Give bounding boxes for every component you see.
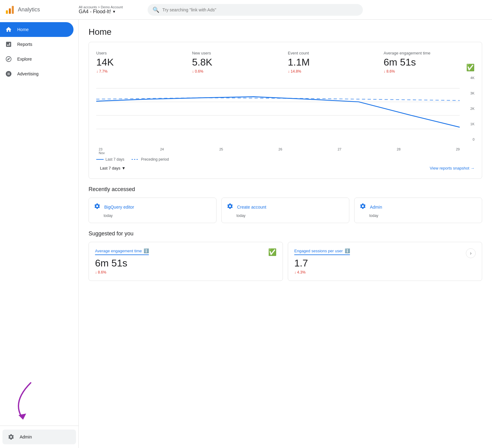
- admin-gear-icon: [7, 433, 15, 441]
- metric-engagement-change: ↓ 8.6%: [384, 69, 475, 74]
- metric-users-value: 14K: [96, 57, 187, 68]
- svg-rect-1: [9, 8, 11, 14]
- chevron-down-icon: ▼: [112, 10, 116, 14]
- y-label-4k: 4K: [462, 76, 474, 80]
- suggested-sessions-header: Engaged sessions per user ℹ️ 1.7 ↓ 4.3% …: [294, 248, 476, 274]
- advertising-icon: [5, 70, 12, 78]
- next-chevron[interactable]: ›: [466, 248, 476, 258]
- sidebar-item-home-label: Home: [17, 27, 29, 32]
- legend-solid-line: [96, 159, 104, 160]
- y-label-1k: 1K: [462, 122, 474, 126]
- info-icon: ℹ️: [144, 248, 149, 253]
- search-input[interactable]: [162, 7, 358, 12]
- create-account-card[interactable]: Create account today: [221, 198, 349, 223]
- home-icon: [5, 26, 12, 33]
- create-account-card-header: Create account: [227, 203, 344, 211]
- legend-dashed-label: Preceding period: [141, 157, 169, 162]
- admin-card[interactable]: Admin today: [354, 198, 482, 223]
- account-selector[interactable]: All accounts > Demo Account GA4 - Flood-…: [79, 5, 140, 14]
- metric-engagement-time: Average engagement time 6m 51s ↓ 8.6%: [384, 48, 475, 76]
- sidebar-item-explore[interactable]: Explore: [0, 52, 73, 66]
- bigquery-card[interactable]: BigQuery editor today: [89, 198, 216, 223]
- legend-dashed: Preceding period: [132, 157, 169, 162]
- arrow-right-icon: →: [470, 166, 474, 170]
- sidebar-bottom: Admin: [0, 426, 78, 448]
- metric-new-users: New users 5.8K ↓ 0.6%: [192, 48, 283, 76]
- date-range-button[interactable]: Last 7 days ▼: [96, 164, 129, 172]
- metrics-grid: Users 14K ↓ 7.7% New users 5.8K ↓ 0.6% E…: [96, 48, 474, 76]
- chart-area: 4K 3K 2K 1K 0: [96, 75, 474, 142]
- x-label-25: 25: [219, 147, 223, 155]
- legend-solid-label: Last 7 days: [105, 157, 124, 162]
- sidebar-item-home[interactable]: Home: [0, 22, 73, 37]
- legend-dashed-line: [132, 159, 139, 160]
- metric-new-users-label: New users: [192, 51, 283, 55]
- metric-new-users-value: 5.8K: [192, 57, 283, 68]
- suggested-cards-grid: Average engagement time ℹ️ 6m 51s ↓ 8.6%…: [89, 242, 482, 281]
- metric-users-change: ↓ 7.7%: [96, 69, 187, 74]
- account-name[interactable]: GA4 - Flood-It! ▼: [79, 9, 140, 14]
- chart-x-labels: 23Nov 24 25 26 27 28 29: [96, 147, 474, 155]
- admin-card-header: Admin: [359, 203, 477, 211]
- y-label-2k: 2K: [462, 107, 474, 110]
- sidebar-item-advertising[interactable]: Advertising: [0, 66, 73, 81]
- chevron-down-icon: ▼: [122, 166, 126, 170]
- search-icon: 🔍: [153, 6, 159, 13]
- metrics-section: Users 14K ↓ 7.7% New users 5.8K ↓ 0.6% E…: [89, 42, 482, 179]
- metric-engagement-value: 6m 51s: [384, 57, 475, 68]
- metric-users: Users 14K ↓ 7.7%: [96, 48, 187, 76]
- logo-text: Analytics: [18, 6, 40, 13]
- admin-card-title: Admin: [370, 205, 382, 210]
- recently-accessed-section: Recently accessed BigQuery editor today …: [89, 186, 482, 223]
- x-label-24: 24: [160, 147, 164, 155]
- recently-accessed-cards: BigQuery editor today Create account tod…: [89, 198, 482, 223]
- suggested-sessions-label: Engaged sessions per user ℹ️: [294, 248, 350, 255]
- sidebar-item-explore-label: Explore: [17, 57, 32, 62]
- suggested-sessions-value: 1.7: [294, 258, 350, 269]
- arrow-annotation: [6, 377, 43, 424]
- check-circle-icon: ✅: [466, 64, 474, 72]
- analytics-logo-icon: [5, 5, 15, 15]
- metric-new-users-change: ↓ 0.6%: [192, 69, 283, 74]
- suggested-sessions-card[interactable]: Engaged sessions per user ℹ️ 1.7 ↓ 4.3% …: [288, 242, 482, 281]
- metric-engagement-label: Average engagement time: [384, 51, 475, 55]
- x-label-28: 28: [397, 147, 400, 155]
- bigquery-gear-icon: [94, 203, 101, 211]
- suggested-engagement-header: Average engagement time ℹ️ 6m 51s ↓ 8.6%…: [95, 248, 276, 274]
- search-bar[interactable]: 🔍: [148, 4, 363, 16]
- legend-solid: Last 7 days: [96, 157, 124, 162]
- logo-container: Analytics: [5, 5, 79, 15]
- sidebar-item-reports-label: Reports: [17, 42, 32, 47]
- chart-footer: Last 7 days ▼ View reports snapshot →: [96, 164, 474, 172]
- metric-event-count-label: Event count: [288, 51, 379, 55]
- svg-rect-0: [6, 10, 8, 14]
- view-snapshot-link[interactable]: View reports snapshot →: [430, 166, 474, 170]
- create-account-gear-icon: [227, 203, 233, 211]
- suggested-engagement-change: ↓ 8.6%: [95, 270, 149, 274]
- x-label-27: 27: [338, 147, 341, 155]
- metric-users-label: Users: [96, 51, 187, 55]
- main-content: Home Users 14K ↓ 7.7% New users 5.8K ↓ 0…: [79, 20, 492, 448]
- recently-accessed-title: Recently accessed: [89, 186, 482, 193]
- page-title: Home: [89, 27, 482, 37]
- suggested-section: Suggested for you Average engagement tim…: [89, 230, 482, 281]
- sidebar: Home Reports Explore Advertising: [0, 20, 79, 448]
- sidebar-item-admin[interactable]: Admin: [2, 430, 76, 444]
- suggested-engagement-card[interactable]: Average engagement time ℹ️ 6m 51s ↓ 8.6%…: [89, 242, 283, 281]
- explore-icon: [5, 55, 12, 63]
- create-account-card-time: today: [236, 214, 344, 218]
- sidebar-item-admin-label: Admin: [20, 434, 32, 439]
- sidebar-item-reports[interactable]: Reports: [0, 37, 73, 52]
- bigquery-card-header: BigQuery editor: [94, 203, 211, 211]
- y-label-0: 0: [462, 138, 474, 141]
- suggested-title: Suggested for you: [89, 230, 482, 237]
- y-label-3k: 3K: [462, 91, 474, 95]
- x-label-23: 23Nov: [99, 147, 105, 155]
- sidebar-item-advertising-label: Advertising: [17, 71, 38, 76]
- chart-legend: Last 7 days Preceding period: [96, 157, 474, 162]
- header: Analytics All accounts > Demo Account GA…: [0, 0, 492, 20]
- chart-svg: [96, 75, 460, 142]
- metric-event-count-value: 1.1M: [288, 57, 379, 68]
- info-icon-sessions: ℹ️: [345, 248, 350, 253]
- date-range-label: Last 7 days: [100, 166, 121, 170]
